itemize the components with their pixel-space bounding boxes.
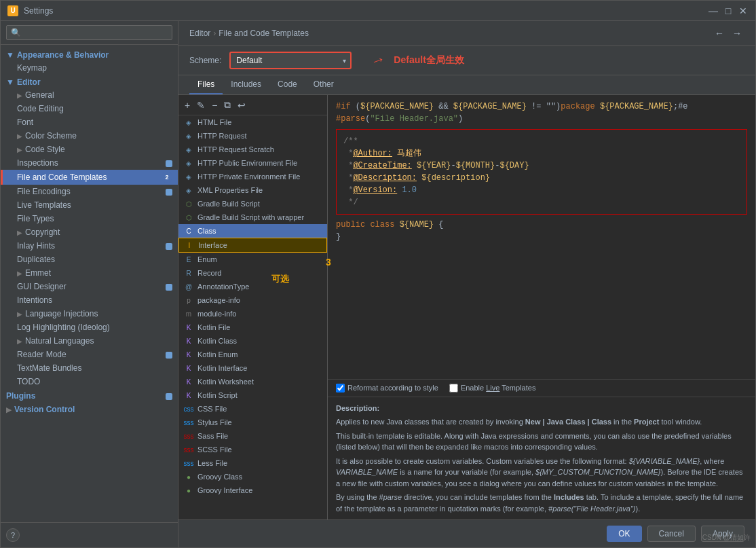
reformat-checkbox-label[interactable]: Reformat according to style xyxy=(336,384,438,392)
enable-live-checkbox-label[interactable]: Enable Live Templates xyxy=(449,384,536,392)
ok-button[interactable]: OK xyxy=(607,526,641,542)
list-item[interactable]: sss SCSS File xyxy=(178,443,327,456)
enable-live-checkbox[interactable] xyxy=(449,384,458,392)
sidebar-item-log-highlighting[interactable]: Log Highlighting (Ideolog) xyxy=(1,321,178,334)
sidebar-item-file-code-templates[interactable]: File and Code Templates 2 xyxy=(1,170,178,185)
sidebar-item-plugins[interactable]: Plugins xyxy=(1,388,178,402)
minimize-button[interactable]: — xyxy=(708,5,719,16)
tab-files[interactable]: Files xyxy=(189,75,223,94)
list-item[interactable]: ● Groovy Interface xyxy=(178,483,327,497)
tab-includes[interactable]: Includes xyxy=(223,75,269,94)
reformat-checkbox[interactable] xyxy=(336,384,345,392)
list-item[interactable]: @ AnnotationType xyxy=(178,280,327,293)
interface-icon: I xyxy=(185,240,194,250)
sidebar-item-appearance[interactable]: ▼ Appearance & Behavior xyxy=(1,48,178,61)
sidebar-item-font[interactable]: Font xyxy=(1,115,178,129)
list-item-class[interactable]: C Class xyxy=(178,224,327,238)
list-item[interactable]: sss Stylus File xyxy=(178,416,327,429)
help-button[interactable]: ? xyxy=(6,528,20,542)
sidebar-item-label: Copyright xyxy=(25,227,172,237)
sidebar-item-reader-mode[interactable]: Reader Mode xyxy=(1,348,178,361)
list-item[interactable]: sss Less File xyxy=(178,456,327,470)
sidebar-item-natural-languages[interactable]: ▶ Natural Languages xyxy=(1,334,178,348)
copy-template-button[interactable]: ⧉ xyxy=(222,98,233,112)
search-input[interactable] xyxy=(6,25,172,40)
sidebar-item-keymap[interactable]: Keymap xyxy=(1,61,178,75)
sidebar-item-inspections[interactable]: Inspections xyxy=(1,156,178,170)
cancel-button[interactable]: Cancel xyxy=(647,526,696,542)
tab-other[interactable]: Other xyxy=(305,75,342,94)
nav-buttons: ← → xyxy=(712,26,744,40)
list-item[interactable]: sss Sass File xyxy=(178,429,327,443)
list-item[interactable]: R Record xyxy=(178,266,327,280)
sidebar-item-code-editing[interactable]: Code Editing xyxy=(1,102,178,115)
sidebar-item-label: Keymap xyxy=(17,63,172,73)
description-text1: Applies to new Java classes that are cre… xyxy=(336,416,747,428)
list-item[interactable]: ◈ HTML File xyxy=(178,115,327,129)
sidebar-item-emmet[interactable]: ▶ Emmet xyxy=(1,266,178,280)
code-author-line: *@Author: 马超伟 xyxy=(343,147,740,160)
list-item[interactable]: K Kotlin Interface xyxy=(178,361,327,375)
reader-badge xyxy=(166,352,172,359)
sidebar-item-version-control[interactable]: ▶ Version Control xyxy=(1,402,178,416)
sidebar-item-inlay-hints[interactable]: Inlay Hints xyxy=(1,239,178,253)
sidebar-item-editor[interactable]: ▼ Editor xyxy=(1,75,178,88)
tab-code[interactable]: Code xyxy=(269,75,305,94)
list-item[interactable]: p package-info xyxy=(178,293,327,307)
sidebar-item-duplicates[interactable]: Duplicates xyxy=(1,253,178,266)
file-item-label: Kotlin Worksheet xyxy=(197,378,254,386)
list-item[interactable]: ◈ XML Properties File xyxy=(178,183,327,197)
class-icon: C xyxy=(184,226,193,236)
expand-icon: ▼ xyxy=(6,50,14,60)
remove-template-button[interactable]: − xyxy=(210,98,219,112)
forward-button[interactable]: → xyxy=(730,26,744,40)
sidebar-item-file-types[interactable]: File Types xyxy=(1,212,178,225)
reset-template-button[interactable]: ↩ xyxy=(235,98,248,112)
list-item[interactable]: m module-info xyxy=(178,307,327,321)
list-item[interactable]: ⬡ Gradle Build Script with wrapper xyxy=(178,211,327,224)
scheme-select[interactable]: Default Project xyxy=(229,52,352,69)
sidebar-item-gui-designer[interactable]: GUI Designer xyxy=(1,280,178,293)
html-file-icon: ◈ xyxy=(184,117,193,127)
sidebar-item-general[interactable]: ▶ General xyxy=(1,88,178,102)
annotation-default-text: Default全局生效 xyxy=(394,54,464,67)
list-item[interactable]: K Kotlin Enum xyxy=(178,348,327,361)
list-item[interactable]: K Kotlin Script xyxy=(178,388,327,402)
sidebar-item-live-templates[interactable]: Live Templates xyxy=(1,198,178,212)
list-item-interface[interactable]: I Interface xyxy=(178,238,327,253)
edit-template-button[interactable]: ✎ xyxy=(195,98,207,112)
xml-icon: ◈ xyxy=(184,185,193,195)
add-template-button[interactable]: + xyxy=(183,98,192,112)
list-item[interactable]: K Kotlin Class xyxy=(178,334,327,348)
list-item[interactable]: K Kotlin Worksheet xyxy=(178,375,327,388)
sidebar-item-todo[interactable]: TODO xyxy=(1,375,178,388)
scheme-bar: Scheme: Default Project → Default全局生效 xyxy=(178,46,755,75)
code-editor[interactable]: #if (${PACKAGE_NAME} && ${PACKAGE_NAME} … xyxy=(328,95,755,379)
file-item-label: Record xyxy=(197,269,221,277)
file-item-label: Kotlin Class xyxy=(197,337,237,345)
list-item[interactable]: ⬡ Gradle Build Script xyxy=(178,197,327,211)
list-item-enum[interactable]: E Enum xyxy=(178,253,327,266)
file-item-label: Less File xyxy=(197,459,227,467)
close-button[interactable]: ✕ xyxy=(738,5,749,16)
sidebar-item-file-encodings[interactable]: File Encodings xyxy=(1,185,178,198)
sidebar-item-textmate-bundles[interactable]: TextMate Bundles xyxy=(1,361,178,375)
list-item[interactable]: css CSS File xyxy=(178,402,327,416)
back-button[interactable]: ← xyxy=(712,26,727,40)
list-item[interactable]: K Kotlin File xyxy=(178,321,327,334)
list-item[interactable]: ◈ HTTP Request xyxy=(178,129,327,143)
sidebar-item-copyright[interactable]: ▶ Copyright xyxy=(1,225,178,239)
annotation-number-3: 3 xyxy=(326,257,331,268)
maximize-button[interactable]: □ xyxy=(723,5,734,16)
list-item[interactable]: ◈ HTTP Request Scratch xyxy=(178,143,327,156)
sidebar-item-label: Code Style xyxy=(25,145,172,154)
file-item-label: module-info xyxy=(197,310,236,318)
list-item[interactable]: ● Groovy Class xyxy=(178,470,327,483)
sidebar-item-code-style[interactable]: ▶ Code Style xyxy=(1,143,178,156)
list-item[interactable]: ◈ HTTP Public Environment File xyxy=(178,156,327,170)
annotation-optional: 可选 xyxy=(271,273,289,285)
list-item[interactable]: ◈ HTTP Private Environment File xyxy=(178,170,327,183)
sidebar-item-language-injections[interactable]: ▶ Language Injections xyxy=(1,307,178,321)
sidebar-item-intentions[interactable]: Intentions xyxy=(1,293,178,307)
sidebar-item-color-scheme[interactable]: ▶ Color Scheme xyxy=(1,129,178,143)
